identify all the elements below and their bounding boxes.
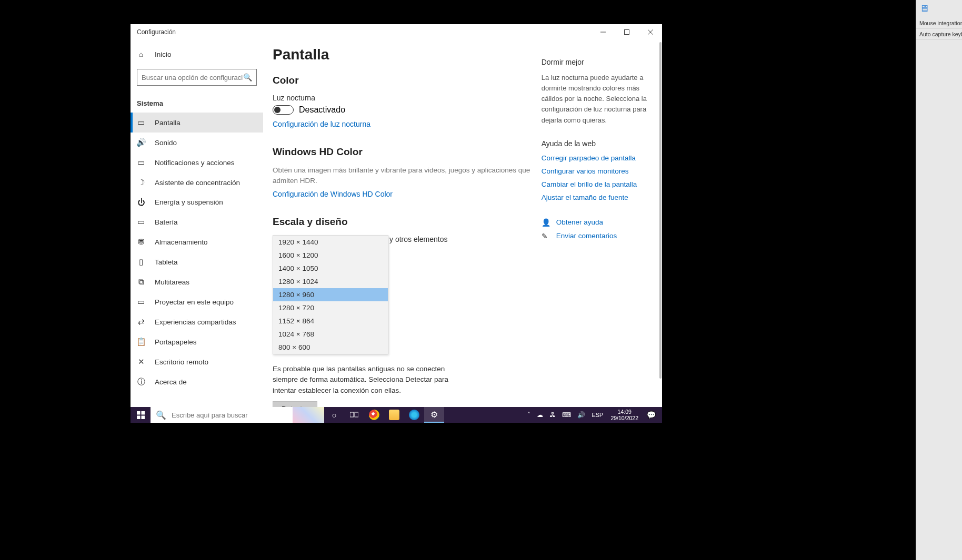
help-link-fontsize[interactable]: Ajustar el tamaño de fuente: [542, 194, 647, 201]
get-help-row[interactable]: 👤 Obtener ayuda: [542, 218, 647, 227]
gear-icon: ⚙: [430, 410, 438, 420]
sound-icon: 🔊: [137, 138, 145, 147]
help-link-monitors[interactable]: Configurar varios monitores: [542, 167, 647, 175]
hd-color-settings-link[interactable]: Configuración de Windows HD Color: [273, 190, 531, 198]
sidebar-item-label: Sonido: [155, 139, 177, 147]
minimize-icon: [600, 29, 606, 35]
language-indicator[interactable]: ESP: [589, 412, 605, 418]
feedback-icon: ✎: [542, 232, 550, 240]
sidebar-item-notificaciones[interactable]: ▭ Notificaciones y acciones: [131, 152, 263, 172]
sidebar-item-label: Multitareas: [155, 278, 189, 286]
feedback-row[interactable]: ✎ Enviar comentarios: [542, 232, 647, 240]
sidebar-item-tableta[interactable]: ▯ Tableta: [131, 252, 263, 272]
night-light-toggle-row: Desactivado: [273, 105, 531, 115]
detect-description: Es probable que las pantallas antiguas n…: [273, 364, 462, 396]
sidebar-item-sonido[interactable]: 🔊 Sonido: [131, 133, 263, 152]
sidebar-item-bateria[interactable]: ▭ Batería: [131, 212, 263, 232]
sidebar-item-portapapeles[interactable]: 📋 Portapapeles: [131, 332, 263, 352]
minimize-button[interactable]: [591, 24, 615, 40]
taskbar-search-input[interactable]: [172, 411, 287, 419]
settings-search-input[interactable]: [142, 74, 243, 82]
svg-rect-6: [137, 415, 141, 419]
clipboard-icon: 📋: [137, 337, 145, 347]
resolution-option[interactable]: 1400 × 1050: [273, 262, 388, 275]
resolution-option[interactable]: 1024 × 768: [273, 328, 388, 341]
main-panel: Pantalla Color Luz nocturna Desactivado …: [263, 40, 662, 423]
tablet-icon: ▯: [137, 257, 145, 267]
clock-time: 14:09: [610, 409, 638, 415]
cortana-button[interactable]: ○: [324, 407, 344, 423]
svg-rect-4: [137, 411, 141, 415]
sidebar-item-escritorio-remoto[interactable]: ✕ Escritorio remoto: [131, 352, 263, 372]
scrollbar[interactable]: [659, 40, 662, 423]
tray-onedrive-icon[interactable]: ☁: [535, 411, 545, 419]
system-tray: ˄ ☁ 🖧 ⌨ 🔊 ESP 14:09 29/10/2022 💬: [525, 409, 662, 421]
chrome-icon: [369, 410, 379, 420]
scrollbar-thumb[interactable]: [659, 42, 662, 379]
sidebar-item-label: Energía y suspensión: [155, 198, 223, 206]
home-link[interactable]: ⌂ Inicio: [131, 46, 263, 63]
sidebar-item-multitareas[interactable]: ⧉ Multitareas: [131, 272, 263, 292]
night-light-settings-link[interactable]: Configuración de luz nocturna: [273, 120, 531, 128]
resolution-option[interactable]: 1600 × 1200: [273, 249, 388, 262]
titlebar: Configuración: [131, 24, 662, 40]
taskbar-search[interactable]: 🔍: [151, 407, 293, 423]
settings-sidebar: ⌂ Inicio 🔍 Sistema ▭ Pantalla 🔊 Sonido ▭…: [131, 40, 263, 423]
sidebar-item-asistente-concentracion[interactable]: ☽ Asistente de concentración: [131, 172, 263, 192]
resolution-option-selected[interactable]: 1280 × 960: [273, 288, 388, 301]
resolution-options-list: 1920 × 1440 1600 × 1200 1400 × 1050 1280…: [273, 235, 388, 354]
task-view-button[interactable]: [344, 407, 364, 423]
vm-mouse-integration-label: Mouse integration …: [916, 18, 962, 29]
sidebar-item-label: Tableta: [155, 258, 178, 266]
resolution-option[interactable]: 800 × 600: [273, 341, 388, 354]
sidebar-item-label: Portapapeles: [155, 338, 197, 346]
resolution-option[interactable]: 1280 × 720: [273, 301, 388, 314]
close-button[interactable]: [638, 24, 662, 40]
display-icon: ▭: [137, 118, 145, 127]
night-light-toggle[interactable]: [273, 105, 294, 115]
start-button[interactable]: [131, 407, 151, 423]
taskbar-settings[interactable]: ⚙: [424, 407, 444, 423]
multitask-icon: ⧉: [137, 277, 145, 287]
sidebar-item-label: Escritorio remoto: [155, 358, 208, 366]
taskbar-edge[interactable]: [404, 407, 424, 423]
tray-volume-icon[interactable]: 🔊: [575, 411, 587, 419]
resolution-option[interactable]: 1920 × 1440: [273, 236, 388, 249]
taskbar-explorer[interactable]: [384, 407, 404, 423]
sidebar-item-pantalla[interactable]: ▭ Pantalla: [131, 113, 263, 133]
resolution-option[interactable]: 1152 × 864: [273, 314, 388, 328]
svg-rect-7: [141, 415, 145, 419]
action-center-button[interactable]: 💬: [644, 411, 659, 419]
maximize-button[interactable]: [615, 24, 638, 40]
folder-icon: [389, 410, 399, 420]
sidebar-item-almacenamiento[interactable]: ⛃ Almacenamiento: [131, 232, 263, 252]
sidebar-item-proyectar[interactable]: ▭ Proyectar en este equipo: [131, 292, 263, 312]
sidebar-item-acerca-de[interactable]: ⓘ Acerca de: [131, 372, 263, 392]
focus-icon: ☽: [137, 178, 145, 187]
help-link-brightness[interactable]: Cambiar el brillo de la pantalla: [542, 180, 647, 188]
svg-rect-5: [141, 411, 145, 415]
taskbar-chrome[interactable]: [364, 407, 384, 423]
content-area: ⌂ Inicio 🔍 Sistema ▭ Pantalla 🔊 Sonido ▭…: [131, 40, 662, 423]
toggle-state-label: Desactivado: [299, 105, 345, 115]
sidebar-item-energia[interactable]: ⏻ Energía y suspensión: [131, 192, 263, 212]
sidebar-item-experiencias[interactable]: ⇄ Experiencias compartidas: [131, 312, 263, 332]
settings-search-box[interactable]: 🔍: [137, 69, 257, 86]
tray-input-icon[interactable]: ⌨: [560, 411, 573, 419]
power-icon: ⏻: [137, 198, 145, 207]
feedback-link[interactable]: Enviar comentarios: [556, 232, 617, 240]
taskbar: 🔍 ○ ⚙ ˄ ☁ 🖧 ⌨ 🔊 ESP 14:09 29/10/2022 💬: [131, 407, 662, 423]
resolution-option[interactable]: 1280 × 1024: [273, 275, 388, 288]
taskbar-clock[interactable]: 14:09 29/10/2022: [607, 409, 642, 421]
search-icon: 🔍: [243, 73, 252, 82]
help-link-flicker[interactable]: Corregir parpadeo de pantalla: [542, 154, 647, 162]
taskbar-decoration: [293, 407, 324, 423]
tray-chevron-icon[interactable]: ˄: [525, 411, 533, 419]
vm-host-panel: 🖥 Mouse integration … Auto capture keybo…: [916, 0, 962, 560]
help-icon: 👤: [542, 218, 550, 227]
get-help-link[interactable]: Obtener ayuda: [556, 218, 603, 226]
close-icon: [648, 29, 653, 35]
tray-network-icon[interactable]: 🖧: [547, 411, 558, 419]
windows-icon: [137, 411, 145, 419]
scale-partial-text: y otros elementos: [389, 235, 448, 243]
